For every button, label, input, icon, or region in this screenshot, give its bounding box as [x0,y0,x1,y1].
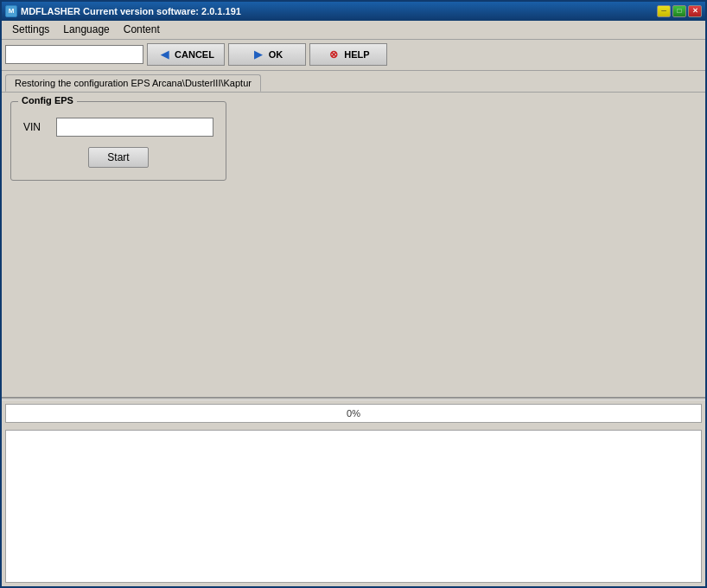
menu-content[interactable]: Content [117,22,167,37]
cancel-icon: ◀ [157,48,171,61]
maximize-button[interactable]: □ [672,5,686,17]
minimize-button[interactable]: ─ [657,5,671,17]
progress-text: 0% [347,408,360,419]
vin-row: VIN [23,118,213,137]
main-content: Config EPS VIN Start [2,93,705,398]
tab-area: Restoring the configuration EPS Arcana\D… [2,71,705,93]
titlebar: M MDFLASHER Current version software: 2.… [2,2,705,21]
toolbar: ◀ CANCEL ▶ OK ⊗ HELP [2,40,705,71]
ok-button[interactable]: ▶ OK [228,43,306,66]
vin-label: VIN [23,121,49,133]
separator [2,397,705,400]
help-button[interactable]: ⊗ HELP [309,43,387,66]
toolbar-input[interactable] [5,45,143,64]
application-window: M MDFLASHER Current version software: 2.… [0,0,707,588]
ok-icon: ▶ [252,48,265,61]
menu-settings[interactable]: Settings [5,22,56,37]
tab-restoring[interactable]: Restoring the configuration EPS Arcana\D… [5,74,261,92]
titlebar-left: M MDFLASHER Current version software: 2.… [5,5,241,17]
config-eps-legend: Config EPS [18,95,77,105]
app-icon: M [5,5,17,17]
start-button[interactable]: Start [88,147,149,168]
titlebar-buttons: ─ □ ✕ [657,5,702,17]
titlebar-title: MDFLASHER Current version software: 2.0.… [21,6,241,16]
menubar: Settings Language Content [2,21,705,40]
log-area[interactable] [5,430,702,583]
progress-area: 0% [5,404,702,423]
config-eps-group: Config EPS VIN Start [10,101,226,181]
cancel-button[interactable]: ◀ CANCEL [147,43,225,66]
close-button[interactable]: ✕ [688,5,702,17]
help-icon: ⊗ [327,48,341,61]
vin-input[interactable] [56,118,213,137]
menu-language[interactable]: Language [56,22,116,37]
